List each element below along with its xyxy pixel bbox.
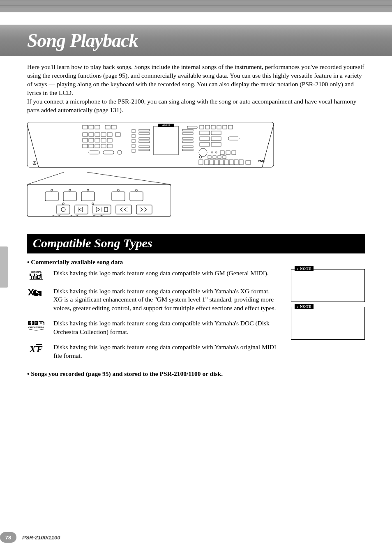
svg-rect-35: [139, 141, 150, 143]
svg-rect-111: [40, 274, 42, 276]
svg-rect-46: [182, 149, 193, 151]
svg-rect-51: [217, 125, 221, 129]
note-label: NOTE: [295, 304, 314, 309]
svg-rect-25: [103, 151, 114, 154]
svg-rect-52: [223, 125, 227, 129]
svg-rect-43: [182, 138, 193, 139]
svg-rect-73: [229, 160, 233, 165]
svg-rect-55: [211, 131, 221, 135]
svg-rect-3: [83, 125, 88, 129]
xg-description: Disks having this logo mark feature song…: [53, 287, 278, 313]
section-title: Compatible Song Types: [33, 236, 359, 250]
svg-rect-10: [95, 133, 100, 136]
svg-text:GENERAL: GENERAL: [31, 271, 42, 273]
svg-rect-67: [199, 160, 203, 165]
svg-text:S: S: [35, 322, 37, 325]
svg-rect-53: [228, 125, 233, 129]
svg-rect-54: [200, 131, 210, 135]
svg-rect-44: [182, 141, 193, 143]
svg-rect-59: [211, 143, 221, 146]
side-tab: [0, 246, 8, 288]
svg-rect-68: [205, 160, 209, 165]
bullet-recorded: • Songs you recorded (page 95) and store…: [27, 370, 365, 378]
svg-text:YAMAHA: YAMAHA: [162, 124, 171, 127]
svg-rect-60: [228, 137, 239, 140]
header-stripes: [0, 0, 392, 12]
svg-rect-38: [154, 126, 178, 155]
note-box-2: NOTE: [291, 307, 365, 340]
svg-rect-72: [224, 160, 228, 165]
svg-point-63: [215, 152, 217, 153]
svg-rect-32: [139, 129, 150, 131]
svg-rect-69: [210, 160, 214, 165]
svg-rect-49: [205, 125, 210, 129]
svg-rect-110: [34, 274, 35, 276]
svg-rect-48: [200, 125, 204, 129]
svg-rect-80: [218, 156, 221, 159]
svg-rect-19: [83, 144, 88, 148]
svg-rect-57: [211, 137, 221, 140]
svg-rect-34: [139, 138, 150, 139]
svg-rect-27: [132, 129, 135, 133]
svg-rect-12: [107, 133, 112, 136]
svg-rect-36: [139, 146, 150, 147]
svg-rect-109: [30, 274, 31, 276]
svg-rect-65: [226, 151, 230, 154]
svg-line-84: [27, 172, 64, 184]
svg-rect-86: [27, 184, 171, 216]
page-footer: 78 PSR-2100/1100: [0, 532, 60, 543]
svg-rect-7: [111, 125, 116, 129]
svg-text:ORCHESTRA: ORCHESTRA: [28, 326, 44, 329]
doc-description: Disks having this logo mark feature song…: [53, 319, 278, 336]
svg-rect-14: [83, 138, 88, 142]
keyboard-diagram: YAMAHA: [27, 122, 365, 217]
svg-rect-9: [89, 133, 94, 136]
svg-rect-22: [101, 144, 106, 148]
svg-point-61: [199, 148, 207, 157]
page-number: 78: [0, 532, 16, 543]
xf-description: Disks having this logo mark feature song…: [53, 343, 278, 360]
bullet-commercial: • Commercially available song data: [27, 258, 365, 266]
section-title-bar: Compatible Song Types: [27, 234, 365, 253]
svg-rect-81: [223, 156, 226, 159]
svg-rect-45: [182, 146, 193, 147]
note-label: NOTE: [295, 266, 314, 271]
svg-rect-76: [246, 161, 251, 164]
svg-rect-70: [214, 160, 219, 165]
svg-rect-17: [101, 138, 106, 142]
svg-text:miDi: miDi: [31, 274, 42, 280]
svg-rect-47: [187, 126, 197, 129]
svg-rect-15: [89, 138, 94, 142]
svg-point-77: [199, 156, 202, 158]
svg-rect-50: [211, 125, 215, 129]
svg-point-2: [34, 162, 35, 164]
svg-rect-8: [83, 133, 88, 136]
intro-paragraph: Here you'll learn how to play back songs…: [27, 63, 365, 115]
svg-rect-58: [200, 143, 210, 146]
svg-rect-24: [89, 151, 99, 154]
page-title: Song Playback: [27, 30, 392, 51]
svg-text:D: D: [30, 322, 32, 325]
svg-rect-64: [220, 151, 224, 154]
svg-rect-33: [139, 133, 150, 134]
general-midi-logo-icon: GENERAL miDi: [27, 270, 45, 281]
svg-rect-4: [89, 125, 94, 129]
svg-rect-21: [95, 144, 100, 148]
svg-text:I: I: [32, 322, 33, 325]
svg-rect-42: [182, 133, 193, 134]
model-label: PSR-2100/1100: [22, 534, 60, 541]
svg-rect-6: [105, 125, 110, 129]
xg-logo-icon: X: [27, 288, 45, 297]
svg-rect-74: [234, 160, 238, 165]
svg-text:2100: 2100: [258, 160, 265, 163]
svg-rect-0: [27, 122, 274, 167]
svg-rect-30: [132, 144, 135, 147]
gm-description: Disks having this logo mark feature song…: [53, 269, 269, 278]
svg-text:X: X: [29, 344, 36, 354]
svg-point-62: [211, 152, 213, 153]
svg-rect-5: [95, 125, 100, 129]
svg-rect-71: [219, 160, 224, 165]
logo-row-doc: D I S K ORCHESTRA Disks having this logo…: [27, 319, 278, 336]
svg-rect-23: [107, 144, 112, 148]
svg-rect-28: [132, 134, 135, 138]
